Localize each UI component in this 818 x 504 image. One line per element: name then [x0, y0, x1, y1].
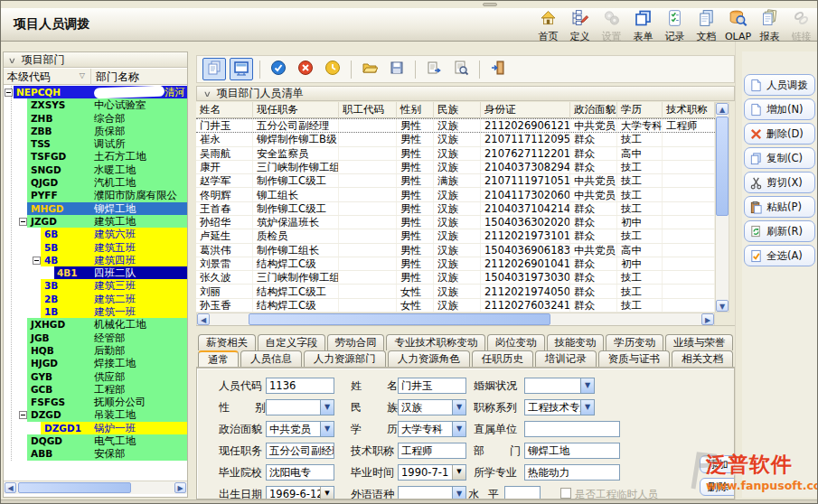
tree-row-3B[interactable]: 3B建筑三班 — [4, 279, 187, 292]
tree-row-JGB[interactable]: JGB经管部 — [4, 331, 187, 344]
person-code-field[interactable]: 1136 — [266, 378, 334, 394]
tree-row-TSS[interactable]: TSS调试所 — [4, 137, 187, 150]
toolbar-item-form[interactable]: 表单 — [627, 8, 659, 41]
tree-row-4B1[interactable]: 4B1四班二队 — [4, 266, 187, 279]
scroll-left-icon[interactable]: ◀ — [5, 482, 16, 493]
tab-专业技术职称变动[interactable]: 专业技术职称变动 — [386, 334, 484, 350]
grid-row[interactable]: 王首春制作铆工C级工男性汉族210403710421421群众技工 — [196, 202, 715, 216]
tree-row-TSFGD[interactable]: TSFGD土石方工地 — [4, 150, 187, 163]
cancel-button[interactable] — [294, 58, 317, 80]
major-field[interactable]: 热能动力 — [524, 464, 620, 481]
vertical-splitter-right[interactable] — [735, 42, 742, 504]
grid-row[interactable]: 张久波三门峡制作铆工组男性汉族15040319730303001群众技工 — [196, 271, 715, 285]
grid-column-header[interactable]: 姓名 — [196, 102, 253, 118]
exit-button[interactable] — [486, 58, 510, 80]
tree-row-1B[interactable]: 1B建筑一班 — [4, 305, 187, 318]
tree-expander-icon[interactable] — [19, 411, 27, 419]
dropdown-icon[interactable]: ▼ — [320, 400, 334, 415]
personnel-transfer-button[interactable]: 人员调拨 — [744, 74, 815, 96]
grid-column-header[interactable]: 政治面貌 — [570, 102, 617, 118]
column-header-code[interactable]: 本级代码▽ — [4, 69, 91, 85]
tree-expander-icon[interactable] — [5, 89, 13, 97]
scroll-left-icon[interactable]: ◀ — [197, 313, 210, 325]
tech-title-field[interactable]: 工程师 — [398, 443, 466, 459]
save-button[interactable] — [385, 58, 409, 80]
title-series-field[interactable]: 工程技术专业▼ — [524, 399, 595, 415]
toolbar-item-olap[interactable]: OLAP — [722, 8, 754, 41]
tab-相关文档[interactable]: 相关文档 — [672, 350, 733, 367]
tab-技能变动[interactable]: 技能变动 — [547, 334, 605, 350]
delete-row-button[interactable]: 删除 — [700, 478, 735, 496]
tree-row-GCB[interactable]: GCB工程部 — [4, 383, 187, 396]
grid-row[interactable]: 刘景雷结构焊工C级男性汉族211202690104127群众初中 — [196, 257, 715, 271]
tab-劳动合同[interactable]: 劳动合同 — [327, 334, 385, 350]
grid-row[interactable]: 康开三门峡制作铆工组男性汉族210403730829421群众技工 — [196, 161, 715, 174]
scroll-right-icon[interactable]: ▶ — [701, 313, 714, 325]
grid-row[interactable]: 孙绍华筑炉保温班长男性汉族150403630202001群众初中 — [196, 216, 715, 229]
grid-view-button[interactable] — [230, 58, 253, 80]
grid-column-header[interactable]: 身份证 — [481, 102, 570, 118]
ethnicity-field[interactable]: 汉族▼ — [398, 399, 466, 415]
grid-vscroll-thumb[interactable] — [716, 117, 729, 216]
tree-row-GYB[interactable]: GYB供应部 — [4, 370, 187, 383]
toolbar-item-home[interactable]: 首页 — [532, 8, 564, 41]
direct-unit-field[interactable] — [524, 421, 620, 437]
tree-row-5B[interactable]: 5B建筑五班 — [4, 241, 187, 254]
grid-row[interactable]: 刘丽结构焊工C级工女性汉族21120219740504004群众技工 — [196, 285, 715, 298]
tree-row-ZXSYS[interactable]: ZXSYS中心试验室 — [4, 98, 187, 111]
tree-expander-icon[interactable] — [19, 218, 27, 226]
dropdown-icon[interactable]: ▼ — [580, 400, 594, 415]
temp-worker-checkbox[interactable] — [560, 488, 571, 499]
department-field[interactable]: 铆焊工地 — [524, 443, 620, 459]
current-post-field[interactable]: 五分公司副经理 — [266, 443, 334, 459]
tree-hscroll-thumb[interactable] — [18, 482, 131, 493]
grid-column-header[interactable]: 性别 — [397, 102, 434, 118]
grid-row[interactable]: 佟明辉铆工组长男性汉族210411730206041中共党员技工 — [196, 188, 715, 201]
scroll-up-icon[interactable]: ▲ — [716, 103, 729, 115]
tree-row-6B[interactable]: 6B建筑六班 — [4, 228, 187, 240]
grid-hscroll-thumb[interactable] — [249, 313, 550, 325]
tab-人力资源部门[interactable]: 人力资源部门 — [304, 350, 386, 367]
collapse-gripper[interactable] — [483, 3, 497, 6]
horizontal-splitter[interactable] — [196, 325, 735, 334]
toolbar-item-record[interactable]: 记录 — [659, 8, 691, 41]
tree-row-DQGD[interactable]: DQGD电气工地 — [4, 434, 187, 447]
tree-row-MHGD[interactable]: MHGD铆焊工地 — [4, 202, 187, 215]
tree-row-JXHGD[interactable]: JXHGD机械化工地 — [4, 318, 187, 331]
tree-row-HQB[interactable]: HQB后勤部 — [4, 344, 187, 357]
paste-button[interactable]: 粘贴(P) — [744, 196, 815, 218]
add-button[interactable]: 添加 — [700, 455, 735, 473]
grid-column-header[interactable]: 学历 — [617, 102, 663, 118]
birth-date-field[interactable]: 1969-6-12▼ — [266, 486, 334, 499]
vertical-splitter-left[interactable] — [188, 42, 196, 504]
politics-field[interactable]: 中共党员▼ — [266, 421, 334, 437]
tab-任职历史[interactable]: 任职历史 — [472, 350, 533, 367]
grad-school-field[interactable]: 沈阳电专 — [266, 464, 334, 481]
tree-expander-icon[interactable] — [33, 257, 41, 265]
toolbar-item-document[interactable]: 文档 — [691, 8, 722, 41]
dropdown-icon[interactable]: ▼ — [320, 422, 334, 436]
gender-field[interactable]: ▼ — [266, 399, 334, 415]
column-header-name[interactable]: 部门名称 — [92, 69, 187, 85]
grid-column-header[interactable]: 民族 — [434, 102, 481, 118]
tab-通常[interactable]: 通常 — [198, 350, 239, 367]
confirm-button[interactable] — [267, 58, 290, 80]
tree-row-ABB[interactable]: ABB安保部 — [4, 447, 187, 460]
grid-row[interactable]: 崔永铆焊制作铆工B级男性汉族210711711209523群众技工 — [196, 133, 715, 146]
foreign-lang-field[interactable]: ▼ — [398, 486, 466, 499]
tab-人力资源角色[interactable]: 人力资源角色 — [388, 350, 470, 367]
grid-row[interactable]: 孙玉香结构焊工C级女性汉族211202760324128群众技工 — [196, 299, 715, 313]
tree-row-DZGD1[interactable]: DZGD1锅炉一班 — [4, 422, 187, 434]
tree-hscrollbar[interactable]: ◀ ▶ — [4, 481, 187, 494]
grad-date-field[interactable]: 1990-7-1▼ — [398, 464, 466, 481]
grid-row[interactable]: 门井玉五分公司副经理男性汉族211202690612127中共党员大学专科工程师 — [196, 118, 715, 133]
dropdown-icon[interactable]: ▼ — [452, 487, 465, 499]
tab-人员信息[interactable]: 人员信息 — [240, 350, 302, 367]
grid-column-header[interactable]: 技术职称 — [663, 102, 715, 118]
tree-row-NEPCQH[interactable]: NEPCQH清河 — [4, 86, 187, 98]
grid-row[interactable]: 葛洪伟制作铆工组长男性汉族150403690618361中共党员高中 — [196, 244, 715, 257]
lang-level-field[interactable] — [504, 486, 541, 499]
tab-岗位变动[interactable]: 岗位变动 — [487, 334, 545, 350]
dropdown-icon[interactable]: ▼ — [580, 378, 594, 393]
tab-培训记录[interactable]: 培训记录 — [535, 350, 597, 367]
